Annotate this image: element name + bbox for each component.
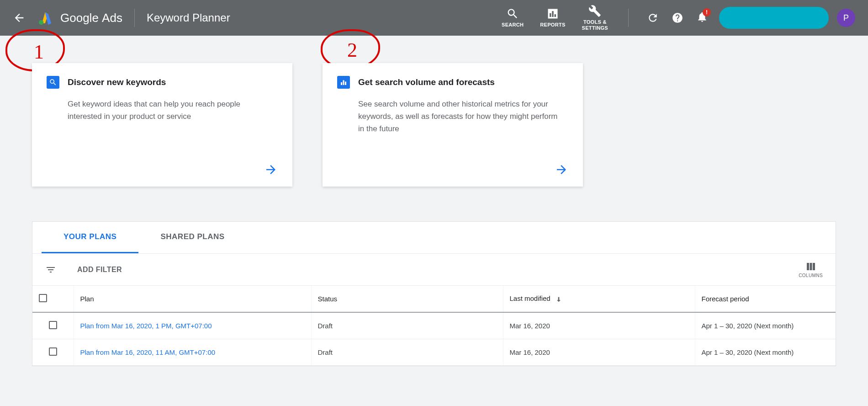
notifications-button[interactable]: !: [696, 11, 708, 25]
refresh-icon[interactable]: [647, 12, 659, 24]
divider: [628, 9, 629, 27]
bar-chart-icon: [337, 76, 350, 89]
table-row: Plan from Mar 16, 2020, 1 PM, GMT+07:00 …: [32, 312, 836, 339]
brand-word-2: Ads: [102, 11, 122, 25]
select-all-checkbox[interactable]: [39, 294, 47, 302]
reports-label: REPORTS: [540, 22, 565, 28]
annotation-1: 1: [14, 36, 24, 59]
cell-status: Draft: [311, 339, 503, 366]
cell-modified: Mar 16, 2020: [503, 339, 695, 366]
cell-forecast: Apr 1 – 30, 2020 (Next month): [695, 339, 836, 366]
plans-panel: YOUR PLANS SHARED PLANS ADD FILTER COLUM…: [32, 221, 836, 366]
col-forecast[interactable]: Forecast period: [695, 286, 836, 312]
columns-button[interactable]: COLUMNS: [799, 261, 823, 278]
svg-rect-5: [343, 80, 344, 85]
tab-your-plans[interactable]: YOUR PLANS: [42, 222, 138, 253]
brand-word-1: Google: [60, 11, 99, 25]
columns-icon: [805, 261, 816, 272]
card-title: Discover new keywords: [68, 77, 166, 87]
plans-tabs: YOUR PLANS SHARED PLANS: [32, 222, 836, 254]
card-desc: Get keyword ideas that can help you reac…: [68, 98, 273, 123]
table-header-row: Plan Status Last modified Forecast perio…: [32, 286, 836, 312]
help-icon[interactable]: [672, 12, 683, 24]
row-checkbox[interactable]: [49, 321, 57, 329]
plan-link[interactable]: Plan from Mar 16, 2020, 11 AM, GMT+07:00: [80, 348, 216, 356]
wrench-icon: [588, 5, 601, 17]
cell-status: Draft: [311, 312, 503, 339]
search-action[interactable]: SEARCH: [502, 7, 524, 28]
svg-rect-1: [550, 13, 551, 17]
brand-title: Google Ads: [60, 11, 122, 25]
avatar[interactable]: P: [837, 9, 855, 27]
cell-modified: Mar 16, 2020: [503, 312, 695, 339]
cell-forecast: Apr 1 – 30, 2020 (Next month): [695, 312, 836, 339]
reports-action[interactable]: REPORTS: [540, 7, 565, 28]
arrow-right-icon: [555, 163, 568, 176]
google-ads-logo-icon: [37, 10, 52, 26]
row-checkbox[interactable]: [49, 347, 57, 356]
svg-rect-7: [807, 263, 809, 270]
svg-rect-8: [810, 263, 812, 270]
col-status[interactable]: Status: [311, 286, 503, 312]
search-icon: [506, 7, 519, 20]
arrow-right-icon: [264, 163, 278, 176]
columns-label: COLUMNS: [799, 273, 823, 278]
tools-label: TOOLS & SETTINGS: [582, 19, 608, 31]
col-last-modified[interactable]: Last modified: [503, 286, 695, 312]
cards-row: Discover new keywords Get keyword ideas …: [0, 36, 868, 187]
search-label: SEARCH: [502, 22, 524, 28]
divider: [134, 9, 135, 27]
svg-rect-4: [341, 82, 342, 85]
tab-shared-plans[interactable]: SHARED PLANS: [138, 222, 246, 253]
svg-rect-6: [345, 82, 346, 85]
page-title: Keyword Planner: [147, 11, 230, 24]
plan-link[interactable]: Plan from Mar 16, 2020, 1 PM, GMT+07:00: [80, 322, 212, 330]
filter-bar: ADD FILTER COLUMNS: [32, 254, 836, 286]
table-row: Plan from Mar 16, 2020, 11 AM, GMT+07:00…: [32, 339, 836, 366]
svg-rect-2: [552, 11, 554, 17]
discover-keywords-card[interactable]: Discover new keywords Get keyword ideas …: [32, 63, 292, 187]
account-redacted: [719, 7, 829, 29]
sort-desc-icon: [555, 296, 562, 303]
annotation-2: 2: [329, 36, 339, 59]
back-arrow-icon[interactable]: [13, 11, 26, 24]
svg-rect-3: [554, 15, 556, 17]
plans-table: Plan Status Last modified Forecast perio…: [32, 286, 836, 366]
reports-icon: [546, 7, 559, 20]
topbar: Google Ads Keyword Planner SEARCH REPORT…: [0, 0, 868, 36]
alert-badge: !: [703, 8, 711, 16]
forecast-card[interactable]: Get search volume and forecasts See sear…: [323, 63, 583, 187]
add-filter-button[interactable]: ADD FILTER: [77, 266, 122, 274]
magnifier-icon: [47, 76, 59, 89]
card-title: Get search volume and forecasts: [358, 77, 495, 87]
tools-action[interactable]: TOOLS & SETTINGS: [582, 5, 608, 31]
svg-rect-9: [813, 263, 815, 270]
col-plan[interactable]: Plan: [74, 286, 311, 312]
svg-point-0: [39, 20, 43, 25]
card-desc: See search volume and other historical m…: [358, 98, 564, 135]
funnel-icon[interactable]: [45, 264, 56, 275]
